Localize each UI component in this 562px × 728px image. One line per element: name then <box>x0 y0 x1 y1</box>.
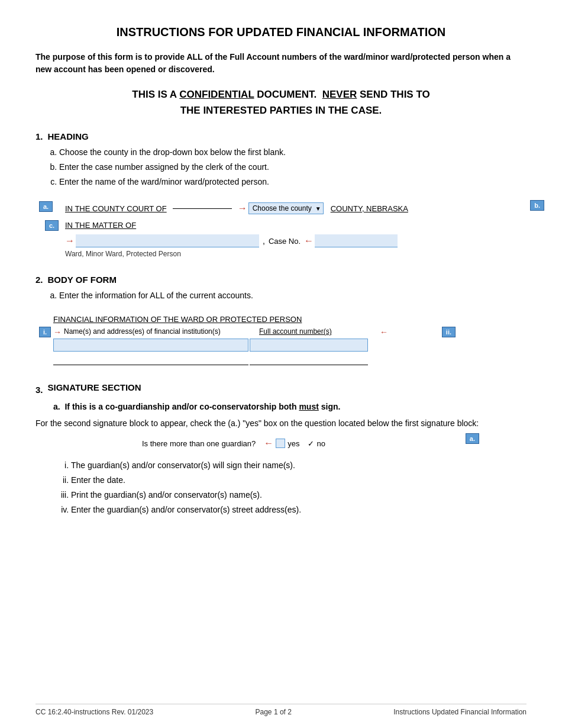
ward-name-input[interactable] <box>76 234 259 247</box>
fin-account-blank-2 <box>250 353 368 365</box>
county-court-line: IN THE COUNTY COURT OF → Choose the coun… <box>53 202 527 214</box>
yes-checkbox-item[interactable]: ← yes <box>264 438 299 449</box>
case-no-label: Case No. <box>269 237 301 246</box>
no-checkbox-item[interactable]: ✓ no <box>308 439 325 448</box>
fin-account-input-1[interactable] <box>250 339 368 352</box>
section3-header: 3. SIGNATURE SECTION <box>35 382 527 397</box>
form-preview-section1: a. IN THE COUNTY COURT OF → Choose the c… <box>47 197 527 266</box>
section1-item-b: Enter the case number assigned by the cl… <box>59 161 527 173</box>
court-underline-blank <box>173 208 232 209</box>
confidential-block: THIS IS A CONFIDENTIAL DOCUMENT. NEVER S… <box>35 86 527 118</box>
arrow-to-county: → <box>238 203 247 214</box>
case-no-input[interactable] <box>315 234 398 247</box>
fin-name-blank-2 <box>53 353 248 365</box>
ward-label-text: Ward, Minor Ward, Protected Person <box>53 250 527 258</box>
confidential-word: CONFIDENTIAL <box>179 89 254 100</box>
checkmark-icon: ✓ <box>308 439 314 448</box>
sig-para: For the second signature block to appear… <box>35 417 527 430</box>
county-select[interactable]: Choose the county <box>248 202 324 214</box>
arrow-to-yes: ← <box>264 438 273 449</box>
section1-header: 1. HEADING <box>35 131 527 141</box>
yes-checkbox[interactable] <box>276 439 285 448</box>
section1-item-a: Choose the county in the drop-down box b… <box>59 146 527 159</box>
section1-title: HEADING <box>48 131 89 141</box>
section2-list: Enter the information for ALL of the cur… <box>35 289 527 302</box>
court-text-post: COUNTY, NEBRASKA <box>331 204 408 213</box>
footer-center: Page 1 of 2 <box>256 708 292 716</box>
financial-title: FINANCIAL INFORMATION OF THE WARD OR PRO… <box>47 315 527 324</box>
financial-row-1[interactable] <box>47 339 527 352</box>
financial-preview: i. ii. FINANCIAL INFORMATION OF THE WARD… <box>47 310 527 372</box>
page-title: INSTRUCTIONS FOR UPDATED FINANCIAL INFOR… <box>35 24 527 40</box>
yes-label: yes <box>288 439 299 448</box>
section2-header: 2. BODY OF FORM <box>35 275 527 285</box>
financial-row-2[interactable] <box>47 353 527 365</box>
court-text-pre: IN THE COUNTY COURT OF <box>65 204 167 213</box>
matter-line: c. IN THE MATTER OF <box>53 220 527 230</box>
badge-b-section1: b. <box>530 200 544 211</box>
county-select-wrapper[interactable]: → Choose the county ▼ <box>238 202 324 214</box>
section2-number: 2. <box>35 275 43 285</box>
sig-step-ii: Enter the date. <box>71 474 527 487</box>
sig-step-iii: Print the guardian(s) and/or conservator… <box>71 489 527 501</box>
badge-a-section1: a. <box>39 201 53 212</box>
section3: 3. SIGNATURE SECTION a. If this is a co-… <box>35 382 527 516</box>
col-name-header: Name(s) and address(es) of financial ins… <box>64 327 259 337</box>
section3-title: SIGNATURE SECTION <box>48 382 141 392</box>
arrow-col2: ← <box>380 327 388 337</box>
no-label: no <box>316 439 325 448</box>
matter-text: IN THE MATTER OF <box>65 221 136 230</box>
arrow-to-name: → <box>65 236 75 246</box>
never-word: NEVER <box>322 89 357 100</box>
footer: CC 16:2.40-instructions Rev. 01/2023 Pag… <box>35 704 527 716</box>
col-account-header: Full account number(s) <box>259 327 377 337</box>
section2-item-a: Enter the information for ALL of the cur… <box>59 289 527 302</box>
sig-step-iv: Enter the guardian(s) and/or conservator… <box>71 504 527 516</box>
guardian-question-area: a. Is there more than one guardian? ← ye… <box>35 438 527 449</box>
section1-item-c: Enter the name of the ward/minor ward/pr… <box>59 176 527 188</box>
arrow-col1: → <box>53 327 62 337</box>
intro-text: The purpose of this form is to provide A… <box>35 51 527 76</box>
arrow-to-case: ← <box>304 236 314 246</box>
name-caseno-row: → , Case No. ← <box>53 234 527 247</box>
sig-sub-header: a. If this is a co-guardianship and/or c… <box>35 402 527 411</box>
footer-left: CC 16:2.40-instructions Rev. 01/2023 <box>35 708 153 716</box>
badge-a-sig: a. <box>466 433 479 444</box>
sig-steps-list: The guardian(s) and/or conservator(s) wi… <box>35 459 527 516</box>
section3-number: 3. <box>35 385 43 395</box>
footer-right: Instructions Updated Financial Informati… <box>393 708 527 716</box>
comma-sep: , <box>263 236 265 246</box>
sig-step-i: The guardian(s) and/or conservator(s) wi… <box>71 459 527 472</box>
badge-c-section1: c. <box>45 220 59 231</box>
guardian-question-label: Is there more than one guardian? <box>142 439 256 448</box>
fin-name-input-1[interactable] <box>53 339 248 352</box>
financial-col-headers: → Name(s) and address(es) of financial i… <box>47 327 527 337</box>
section1-list: Choose the county in the drop-down box b… <box>35 146 527 188</box>
section2-title: BODY OF FORM <box>48 275 117 285</box>
section1-number: 1. <box>35 131 43 141</box>
confidential-line1: THIS IS A CONFIDENTIAL DOCUMENT. NEVER S… <box>35 86 527 102</box>
confidential-line2: THE INTERESTED PARTIES IN THE CASE. <box>35 102 527 118</box>
